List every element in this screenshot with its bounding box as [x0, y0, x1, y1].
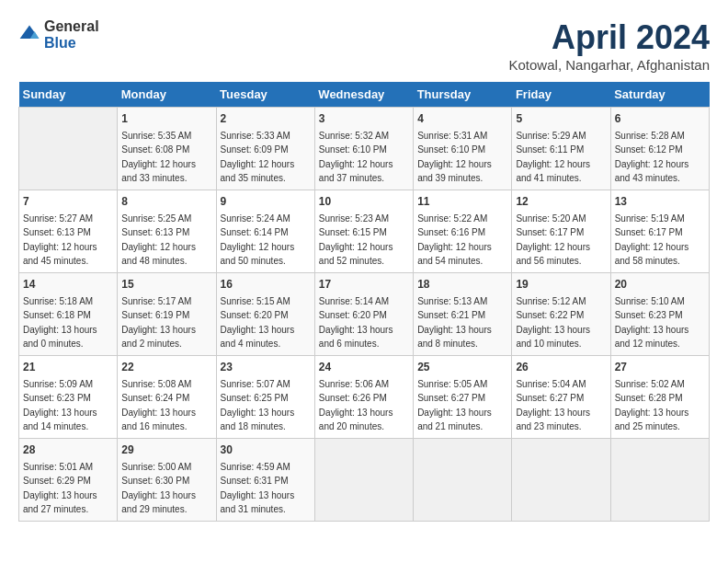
logo: General Blue [18, 18, 99, 51]
calendar-cell: 1Sunrise: 5:35 AM Sunset: 6:08 PM Daylig… [118, 108, 216, 190]
calendar-week-row-2: 7Sunrise: 5:27 AM Sunset: 6:13 PM Daylig… [19, 190, 710, 273]
calendar-cell: 23Sunrise: 5:07 AM Sunset: 6:25 PM Dayli… [216, 356, 314, 439]
day-number: 28 [23, 442, 113, 458]
day-info: Sunrise: 5:10 AM Sunset: 6:23 PM Dayligh… [615, 296, 689, 349]
calendar-cell: 17Sunrise: 5:14 AM Sunset: 6:20 PM Dayli… [314, 273, 413, 356]
calendar-cell [512, 439, 610, 522]
day-number: 21 [23, 360, 113, 375]
day-number: 12 [516, 194, 606, 210]
calendar-week-row-4: 21Sunrise: 5:09 AM Sunset: 6:23 PM Dayli… [19, 356, 710, 439]
day-info: Sunrise: 5:28 AM Sunset: 6:12 PM Dayligh… [615, 131, 689, 183]
day-number: 17 [319, 277, 409, 293]
day-info: Sunrise: 5:01 AM Sunset: 6:29 PM Dayligh… [23, 462, 97, 514]
day-info: Sunrise: 5:22 AM Sunset: 6:16 PM Dayligh… [417, 213, 492, 266]
day-info: Sunrise: 5:24 AM Sunset: 6:14 PM Dayligh… [221, 213, 295, 266]
day-number: 6 [615, 111, 705, 127]
calendar-week-row-5: 28Sunrise: 5:01 AM Sunset: 6:29 PM Dayli… [19, 439, 710, 522]
calendar-cell: 6Sunrise: 5:28 AM Sunset: 6:12 PM Daylig… [610, 108, 709, 190]
day-number: 29 [121, 442, 211, 458]
day-number: 20 [615, 277, 705, 293]
main-title: April 2024 [509, 18, 710, 57]
day-number: 9 [221, 194, 311, 210]
calendar-cell: 26Sunrise: 5:04 AM Sunset: 6:27 PM Dayli… [512, 356, 610, 439]
weekday-header-row: SundayMondayTuesdayWednesdayThursdayFrid… [19, 82, 710, 108]
day-number: 8 [121, 194, 211, 210]
day-info: Sunrise: 4:59 AM Sunset: 6:31 PM Dayligh… [221, 462, 295, 514]
day-number: 24 [319, 360, 409, 375]
day-info: Sunrise: 5:07 AM Sunset: 6:25 PM Dayligh… [221, 379, 295, 431]
calendar-cell: 5Sunrise: 5:29 AM Sunset: 6:11 PM Daylig… [512, 108, 610, 190]
calendar-cell: 8Sunrise: 5:25 AM Sunset: 6:13 PM Daylig… [118, 190, 216, 273]
day-info: Sunrise: 5:19 AM Sunset: 6:17 PM Dayligh… [615, 213, 689, 266]
calendar-cell: 29Sunrise: 5:00 AM Sunset: 6:30 PM Dayli… [118, 439, 216, 522]
calendar-cell: 2Sunrise: 5:33 AM Sunset: 6:09 PM Daylig… [216, 108, 314, 190]
day-info: Sunrise: 5:25 AM Sunset: 6:13 PM Dayligh… [121, 213, 196, 266]
calendar-week-row-1: 1Sunrise: 5:35 AM Sunset: 6:08 PM Daylig… [19, 108, 710, 190]
calendar-cell: 12Sunrise: 5:20 AM Sunset: 6:17 PM Dayli… [512, 190, 610, 273]
day-info: Sunrise: 5:09 AM Sunset: 6:23 PM Dayligh… [23, 379, 97, 431]
day-info: Sunrise: 5:17 AM Sunset: 6:19 PM Dayligh… [121, 296, 196, 349]
weekday-header-sunday: Sunday [19, 82, 118, 108]
day-info: Sunrise: 5:27 AM Sunset: 6:13 PM Dayligh… [23, 213, 97, 266]
day-number: 2 [221, 111, 311, 127]
calendar-cell: 25Sunrise: 5:05 AM Sunset: 6:27 PM Dayli… [414, 356, 512, 439]
calendar-cell: 14Sunrise: 5:18 AM Sunset: 6:18 PM Dayli… [19, 273, 118, 356]
day-number: 14 [23, 277, 113, 293]
weekday-header-tuesday: Tuesday [216, 82, 314, 108]
logo-text: General Blue [44, 18, 99, 51]
day-info: Sunrise: 5:29 AM Sunset: 6:11 PM Dayligh… [516, 131, 590, 183]
day-number: 18 [417, 277, 507, 293]
day-info: Sunrise: 5:20 AM Sunset: 6:17 PM Dayligh… [516, 213, 590, 266]
day-info: Sunrise: 5:12 AM Sunset: 6:22 PM Dayligh… [516, 296, 590, 349]
weekday-header-saturday: Saturday [610, 82, 709, 108]
subtitle: Kotowal, Nangarhar, Afghanistan [509, 57, 710, 73]
day-info: Sunrise: 5:08 AM Sunset: 6:24 PM Dayligh… [121, 379, 196, 431]
day-number: 7 [23, 194, 113, 210]
day-info: Sunrise: 5:32 AM Sunset: 6:10 PM Dayligh… [319, 131, 393, 183]
day-info: Sunrise: 5:31 AM Sunset: 6:10 PM Dayligh… [417, 131, 492, 183]
day-number: 19 [516, 277, 606, 293]
calendar-cell: 15Sunrise: 5:17 AM Sunset: 6:19 PM Dayli… [118, 273, 216, 356]
weekday-header-friday: Friday [512, 82, 610, 108]
calendar-table: SundayMondayTuesdayWednesdayThursdayFrid… [18, 82, 710, 522]
logo-icon [18, 24, 40, 46]
day-number: 27 [615, 360, 705, 375]
day-number: 11 [417, 194, 507, 210]
calendar-cell: 3Sunrise: 5:32 AM Sunset: 6:10 PM Daylig… [314, 108, 413, 190]
day-info: Sunrise: 5:13 AM Sunset: 6:21 PM Dayligh… [417, 296, 492, 349]
calendar-cell: 7Sunrise: 5:27 AM Sunset: 6:13 PM Daylig… [19, 190, 118, 273]
day-number: 4 [417, 111, 507, 127]
day-number: 23 [221, 360, 311, 375]
calendar-cell: 27Sunrise: 5:02 AM Sunset: 6:28 PM Dayli… [610, 356, 709, 439]
day-info: Sunrise: 5:33 AM Sunset: 6:09 PM Dayligh… [221, 131, 295, 183]
calendar-cell: 16Sunrise: 5:15 AM Sunset: 6:20 PM Dayli… [216, 273, 314, 356]
calendar-cell: 28Sunrise: 5:01 AM Sunset: 6:29 PM Dayli… [19, 439, 118, 522]
day-info: Sunrise: 5:00 AM Sunset: 6:30 PM Dayligh… [121, 462, 196, 514]
weekday-header-thursday: Thursday [414, 82, 512, 108]
day-number: 26 [516, 360, 606, 375]
day-number: 3 [319, 111, 409, 127]
day-info: Sunrise: 5:06 AM Sunset: 6:26 PM Dayligh… [319, 379, 393, 431]
calendar-week-row-3: 14Sunrise: 5:18 AM Sunset: 6:18 PM Dayli… [19, 273, 710, 356]
calendar-cell: 22Sunrise: 5:08 AM Sunset: 6:24 PM Dayli… [118, 356, 216, 439]
title-area: April 2024 Kotowal, Nangarhar, Afghanist… [509, 18, 710, 73]
calendar-cell: 20Sunrise: 5:10 AM Sunset: 6:23 PM Dayli… [610, 273, 709, 356]
day-number: 5 [516, 111, 606, 127]
calendar-cell: 10Sunrise: 5:23 AM Sunset: 6:15 PM Dayli… [314, 190, 413, 273]
day-number: 25 [417, 360, 507, 375]
page-header: General Blue April 2024 Kotowal, Nangarh… [18, 18, 710, 73]
day-number: 22 [121, 360, 211, 375]
weekday-header-wednesday: Wednesday [314, 82, 413, 108]
day-number: 30 [221, 442, 311, 458]
calendar-cell: 9Sunrise: 5:24 AM Sunset: 6:14 PM Daylig… [216, 190, 314, 273]
calendar-cell [414, 439, 512, 522]
day-info: Sunrise: 5:04 AM Sunset: 6:27 PM Dayligh… [516, 379, 590, 431]
calendar-cell: 13Sunrise: 5:19 AM Sunset: 6:17 PM Dayli… [610, 190, 709, 273]
calendar-cell: 18Sunrise: 5:13 AM Sunset: 6:21 PM Dayli… [414, 273, 512, 356]
logo-general: General [44, 18, 99, 35]
day-info: Sunrise: 5:02 AM Sunset: 6:28 PM Dayligh… [615, 379, 689, 431]
calendar-cell: 24Sunrise: 5:06 AM Sunset: 6:26 PM Dayli… [314, 356, 413, 439]
day-number: 10 [319, 194, 409, 210]
day-info: Sunrise: 5:23 AM Sunset: 6:15 PM Dayligh… [319, 213, 393, 266]
day-info: Sunrise: 5:05 AM Sunset: 6:27 PM Dayligh… [417, 379, 492, 431]
